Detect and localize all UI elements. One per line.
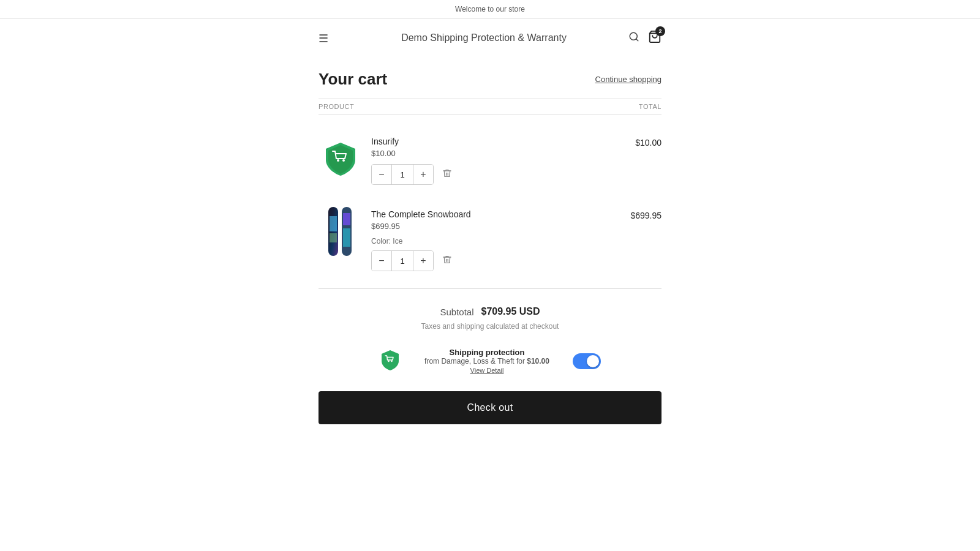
snowboard-color: Color: Ice: [371, 237, 630, 246]
insurify-details: Insurify $10.00 − +: [371, 137, 635, 185]
cart-item-snowboard: The Complete Snowboard $699.95 Color: Ic…: [318, 197, 662, 283]
banner-text: Welcome to our store: [455, 5, 525, 13]
snowboard-price: $699.95: [371, 222, 630, 231]
product-column-header: PRODUCT: [318, 103, 354, 110]
subtotal-row: Subtotal $709.95 USD: [318, 306, 662, 317]
svg-rect-7: [330, 233, 337, 242]
snowboard-quantity-control: − +: [371, 250, 434, 271]
sp-title: Shipping protection: [407, 348, 567, 357]
item-left-insurify: Insurify $10.00 − +: [318, 137, 635, 185]
subtotal-section: Subtotal $709.95 USD Taxes and shipping …: [318, 294, 662, 424]
insurify-name: Insurify: [371, 137, 635, 146]
svg-rect-9: [343, 213, 350, 225]
insurify-quantity-control: − +: [371, 164, 434, 185]
insurify-quantity-row: − +: [371, 164, 635, 185]
cart-columns: PRODUCT TOTAL: [318, 99, 662, 114]
item-row-insurify: Insurify $10.00 − +: [318, 137, 662, 185]
tax-note: Taxes and shipping calculated at checkou…: [318, 322, 662, 331]
main-content: Your cart Continue shopping PRODUCT TOTA…: [306, 58, 674, 449]
checkout-button[interactable]: Check out: [318, 391, 662, 424]
insurify-image: [318, 137, 363, 181]
svg-point-11: [388, 361, 389, 362]
insurify-decrease-button[interactable]: −: [372, 165, 391, 184]
svg-rect-6: [330, 216, 337, 231]
sp-view-detail-link[interactable]: View Detail: [407, 367, 567, 374]
insurify-total: $10.00: [635, 137, 662, 148]
page-title: Your cart: [318, 70, 387, 89]
svg-rect-10: [343, 228, 350, 247]
snowboard-quantity-row: − +: [371, 250, 630, 271]
top-banner: Welcome to our store: [0, 0, 980, 19]
sp-subtitle: from Damage, Loss & Theft for $10.00: [407, 357, 567, 365]
cart-badge: 2: [655, 26, 665, 36]
snowboard-increase-button[interactable]: +: [413, 251, 433, 271]
svg-point-4: [342, 159, 345, 162]
cart-header: Your cart Continue shopping: [318, 70, 662, 89]
snowboard-total: $699.95: [630, 209, 662, 220]
svg-point-3: [337, 159, 339, 162]
subtotal-amount: $709.95 USD: [481, 306, 540, 317]
cart-divider: [318, 288, 662, 289]
snowboard-quantity-input[interactable]: [391, 251, 413, 271]
svg-line-1: [636, 39, 638, 40]
header-left: ☰: [318, 32, 343, 45]
item-left-snowboard: The Complete Snowboard $699.95 Color: Ic…: [318, 209, 630, 271]
item-row-snowboard: The Complete Snowboard $699.95 Color: Ic…: [318, 209, 662, 271]
shipping-protection-icon: [379, 349, 401, 373]
shipping-protection-text: Shipping protection from Damage, Loss & …: [407, 348, 567, 374]
insurify-increase-button[interactable]: +: [413, 165, 433, 184]
total-column-header: TOTAL: [639, 103, 662, 110]
store-logo[interactable]: Demo Shipping Protection & Warranty: [343, 31, 625, 45]
snowboard-details: The Complete Snowboard $699.95 Color: Ic…: [371, 209, 630, 271]
snowboard-name: The Complete Snowboard: [371, 209, 630, 219]
header-right: 2: [625, 30, 662, 47]
shipping-protection-widget: Shipping protection from Damage, Loss & …: [318, 340, 662, 381]
snowboard-delete-button[interactable]: [440, 252, 454, 269]
svg-point-12: [391, 361, 392, 362]
insurify-quantity-input[interactable]: [391, 165, 413, 184]
search-icon[interactable]: [628, 31, 639, 45]
shipping-protection-toggle[interactable]: [573, 353, 601, 369]
snowboard-image: [318, 209, 363, 253]
toggle-thumb: [587, 355, 599, 367]
cart-icon-wrapper[interactable]: 2: [648, 30, 662, 47]
cart-item-insurify: Insurify $10.00 − +: [318, 124, 662, 197]
toggle-track[interactable]: [573, 353, 601, 369]
insurify-price: $10.00: [371, 149, 635, 158]
subtotal-label: Subtotal: [440, 307, 473, 317]
snowboard-decrease-button[interactable]: −: [372, 251, 391, 271]
insurify-delete-button[interactable]: [440, 166, 454, 183]
hamburger-icon[interactable]: ☰: [318, 32, 343, 45]
site-header: ☰ Demo Shipping Protection & Warranty 2: [306, 19, 674, 58]
continue-shopping-link[interactable]: Continue shopping: [595, 75, 662, 84]
